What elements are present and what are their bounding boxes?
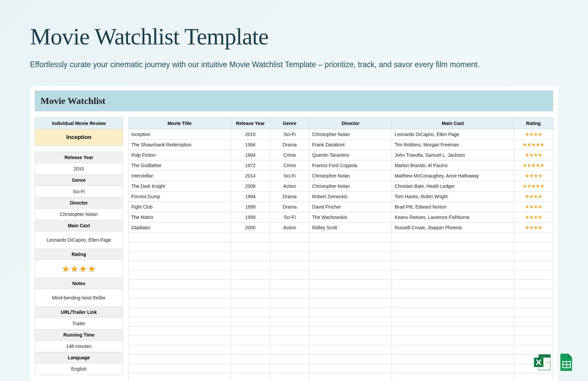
cell-genre: Drama <box>270 202 309 212</box>
cell-genre: Action <box>270 223 309 233</box>
table-row-empty[interactable] <box>129 373 553 381</box>
table-row[interactable]: Fight Club1999DramaDavid FincherBrad Pit… <box>129 202 553 212</box>
cell-genre: Sci-Fi <box>270 212 309 223</box>
table-row-empty[interactable] <box>129 327 553 336</box>
cell-director: Christopher Nolan <box>309 181 392 192</box>
column-header: Main Cast <box>392 118 514 129</box>
table-row-empty[interactable] <box>129 261 553 270</box>
cell-director: Robert Zemeckis <box>309 192 392 202</box>
cell-rating: ★★★★ <box>514 129 553 140</box>
table-row[interactable]: The Godfather1972CrimeFrancis Ford Coppo… <box>129 160 553 171</box>
table-row[interactable]: The Matrix1999Sci-FiThe WachowskisKeanu … <box>129 212 553 223</box>
table-row[interactable]: Inception2010Sci-FiChristopher NolanLeon… <box>129 129 553 140</box>
table-row[interactable]: Forrest Gump1994DramaRobert ZemeckisTom … <box>129 192 553 202</box>
cell-year: 1999 <box>231 212 270 223</box>
review-panel-header: Individual Movie Review <box>35 117 123 129</box>
detail-label: Main Cast <box>35 220 123 231</box>
cell-title: The Shawshank Redemption <box>129 140 231 150</box>
cell-genre: Action <box>270 181 309 192</box>
svg-rect-1 <box>539 355 550 358</box>
table-row[interactable]: The Shawshank Redemption1994DramaFrank D… <box>129 140 553 150</box>
cell-cast: Russell Crowe, Joaquin Phoenix <box>392 223 514 233</box>
cell-rating: ★★★★★ <box>514 140 553 150</box>
cell-title: The Matrix <box>129 212 231 223</box>
cell-rating: ★★★★ <box>514 202 553 212</box>
table-row-empty[interactable] <box>129 336 553 345</box>
cell-year: 2000 <box>231 223 270 233</box>
cell-cast: Marlon Brando, Al Pacino <box>392 160 514 171</box>
cell-cast: Keanu Reeves, Laurence Fishburne <box>392 212 514 223</box>
cell-cast: Tom Hanks, Robin Wright <box>392 192 514 202</box>
detail-label: Language <box>35 352 123 363</box>
cell-genre: Crime <box>270 150 309 160</box>
cell-cast: Christian Bale, Heath Ledger <box>392 181 514 192</box>
table-row-empty[interactable] <box>129 308 553 317</box>
detail-label: Director <box>35 198 123 209</box>
cell-title: Forrest Gump <box>129 192 231 202</box>
table-row-empty[interactable] <box>129 298 553 308</box>
cell-genre: Crime <box>270 160 309 171</box>
cell-genre: Sci-Fi <box>270 171 309 181</box>
app-icons <box>533 353 576 372</box>
column-header: Movie Title <box>129 118 231 129</box>
detail-label: Running Time <box>35 330 123 341</box>
table-row[interactable]: Gladiator2000ActionRidley ScottRussell C… <box>129 223 553 233</box>
table-row-empty[interactable] <box>129 280 553 289</box>
review-panel: Individual Movie Review Inception Releas… <box>35 117 123 381</box>
excel-icon[interactable] <box>533 353 552 372</box>
table-row-empty[interactable] <box>129 233 553 242</box>
cell-genre: Sci-Fi <box>270 129 309 140</box>
column-header: Rating <box>514 118 553 129</box>
table-row[interactable]: The Dark Knight2008ActionChristopher Nol… <box>129 181 553 192</box>
cell-year: 1994 <box>231 192 270 202</box>
svg-rect-5 <box>545 362 550 364</box>
cell-year: 2014 <box>231 171 270 181</box>
table-row[interactable]: Pulp Fiction1994CrimeQuentin TarantinoJo… <box>129 150 553 160</box>
cell-year: 2008 <box>231 181 270 192</box>
detail-label: Notes <box>35 278 123 289</box>
cell-title: The Godfather <box>129 160 231 171</box>
cell-title: Inception <box>129 129 231 140</box>
cell-director: The Wachowskis <box>309 212 392 223</box>
svg-rect-7 <box>545 365 550 367</box>
table-row-empty[interactable] <box>129 270 553 280</box>
google-sheets-icon[interactable] <box>557 353 576 372</box>
cell-rating: ★★★★★ <box>514 160 553 171</box>
movie-table-container: Movie TitleRelease YearGenreDirectorMain… <box>128 117 553 381</box>
table-row-empty[interactable] <box>129 345 553 355</box>
svg-rect-3 <box>545 358 550 361</box>
cell-cast: Tim Robbins, Morgan Freeman <box>392 140 514 150</box>
table-row-empty[interactable] <box>129 242 553 252</box>
table-row-empty[interactable] <box>129 317 553 327</box>
cell-rating: ★★★★★ <box>514 181 553 192</box>
cell-title: Pulp Fiction <box>129 150 231 160</box>
detail-value: 148 minutes <box>35 341 123 352</box>
cell-year: 1972 <box>231 160 270 171</box>
cell-director: Christopher Nolan <box>309 171 392 181</box>
cell-director: Frank Darabont <box>309 140 392 150</box>
cell-year: 1994 <box>231 140 270 150</box>
cell-rating: ★★★★ <box>514 150 553 160</box>
detail-label: Genre <box>35 175 123 186</box>
cell-cast: Brad Pitt, Edward Norton <box>392 202 514 212</box>
table-row-empty[interactable] <box>129 289 553 298</box>
detail-value: Leonardo DiCaprio, Ellen Page <box>35 231 123 249</box>
detail-value: Trailer <box>35 318 123 330</box>
column-header: Director <box>309 118 392 129</box>
table-row-empty[interactable] <box>129 355 553 364</box>
cell-genre: Drama <box>270 192 309 202</box>
detail-value: Sci-Fi <box>35 186 123 198</box>
cell-rating: ★★★★ <box>514 212 553 223</box>
featured-movie: Inception <box>35 129 123 146</box>
column-header: Release Year <box>231 118 270 129</box>
spreadsheet-preview: Movie Watchlist Individual Movie Review … <box>30 86 558 381</box>
cell-director: Christopher Nolan <box>309 129 392 140</box>
page-title: Movie Watchlist Template <box>30 23 558 50</box>
detail-label: Rating <box>35 249 123 260</box>
table-row-empty[interactable] <box>129 252 553 261</box>
cell-year: 1994 <box>231 150 270 160</box>
table-row-empty[interactable] <box>129 364 553 373</box>
cell-title: The Dark Knight <box>129 181 231 192</box>
cell-title: Gladiator <box>129 223 231 233</box>
table-row[interactable]: Interstellar2014Sci-FiChristopher NolanM… <box>129 171 553 181</box>
